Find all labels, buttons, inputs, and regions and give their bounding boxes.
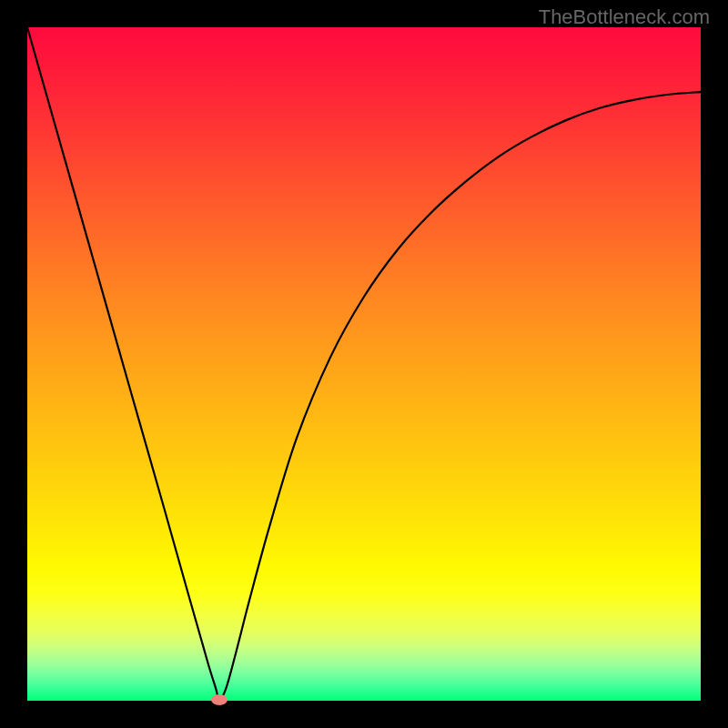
watermark-text: TheBottleneck.com	[539, 5, 710, 29]
plot-area	[27, 27, 701, 701]
curve-svg	[27, 27, 701, 701]
chart-frame: TheBottleneck.com	[0, 0, 728, 728]
min-point-marker	[211, 694, 228, 705]
bottleneck-curve	[27, 27, 701, 700]
